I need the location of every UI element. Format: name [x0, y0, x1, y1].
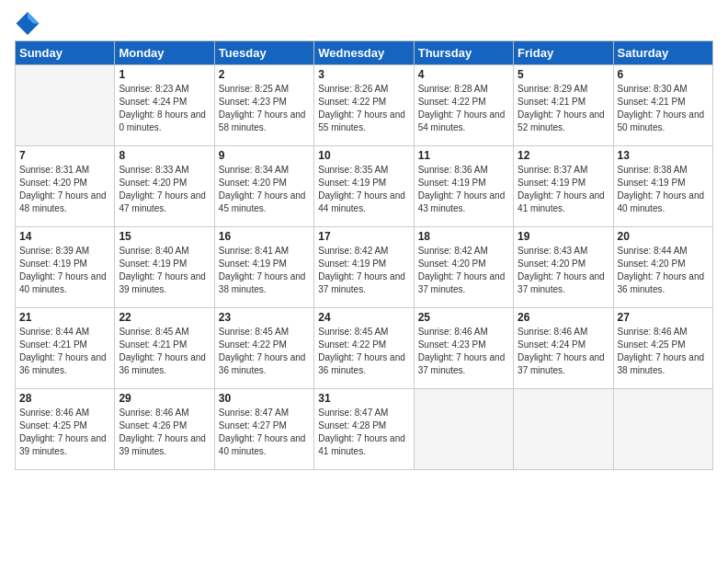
day-detail: Sunrise: 8:23 AMSunset: 4:24 PMDaylight:… — [119, 83, 210, 134]
day-detail: Sunrise: 8:45 AMSunset: 4:22 PMDaylight:… — [318, 326, 409, 377]
day-number: 23 — [219, 311, 310, 324]
day-detail: Sunrise: 8:34 AMSunset: 4:20 PMDaylight:… — [219, 164, 310, 215]
day-number: 17 — [318, 230, 409, 243]
day-detail: Sunrise: 8:47 AMSunset: 4:28 PMDaylight:… — [318, 407, 409, 458]
day-detail: Sunrise: 8:40 AMSunset: 4:19 PMDaylight:… — [119, 245, 210, 296]
week-row-3: 14Sunrise: 8:39 AMSunset: 4:19 PMDayligh… — [16, 227, 713, 308]
day-number: 20 — [618, 230, 709, 243]
day-detail: Sunrise: 8:41 AMSunset: 4:19 PMDaylight:… — [219, 245, 310, 296]
calendar-header-row: SundayMondayTuesdayWednesdayThursdayFrid… — [16, 41, 713, 65]
day-number: 30 — [219, 392, 310, 405]
day-detail: Sunrise: 8:44 AMSunset: 4:20 PMDaylight:… — [618, 245, 709, 296]
calendar-cell: 3Sunrise: 8:26 AMSunset: 4:22 PMDaylight… — [314, 65, 414, 146]
calendar-cell: 25Sunrise: 8:46 AMSunset: 4:23 PMDayligh… — [414, 308, 513, 389]
calendar-cell: 15Sunrise: 8:40 AMSunset: 4:19 PMDayligh… — [115, 227, 214, 308]
day-number: 12 — [518, 149, 609, 162]
header-day-sunday: Sunday — [16, 41, 115, 65]
header-day-saturday: Saturday — [613, 41, 712, 65]
day-detail: Sunrise: 8:37 AMSunset: 4:19 PMDaylight:… — [518, 164, 609, 215]
logo-icon — [15, 9, 40, 35]
day-detail: Sunrise: 8:39 AMSunset: 4:19 PMDaylight:… — [19, 245, 110, 296]
calendar-cell: 9Sunrise: 8:34 AMSunset: 4:20 PMDaylight… — [214, 146, 313, 227]
header-day-friday: Friday — [514, 41, 613, 65]
day-number: 15 — [119, 230, 210, 243]
day-number: 18 — [418, 230, 509, 243]
day-number: 25 — [418, 311, 509, 324]
day-detail: Sunrise: 8:46 AMSunset: 4:25 PMDaylight:… — [618, 326, 709, 377]
calendar-cell: 18Sunrise: 8:42 AMSunset: 4:20 PMDayligh… — [414, 227, 513, 308]
day-detail: Sunrise: 8:31 AMSunset: 4:20 PMDaylight:… — [19, 164, 110, 215]
day-number: 21 — [19, 311, 110, 324]
day-detail: Sunrise: 8:46 AMSunset: 4:24 PMDaylight:… — [518, 326, 609, 377]
calendar-cell: 14Sunrise: 8:39 AMSunset: 4:19 PMDayligh… — [16, 227, 115, 308]
day-number: 19 — [518, 230, 609, 243]
calendar-cell — [16, 65, 115, 146]
day-detail: Sunrise: 8:30 AMSunset: 4:21 PMDaylight:… — [618, 83, 709, 134]
day-detail: Sunrise: 8:46 AMSunset: 4:25 PMDaylight:… — [19, 407, 110, 458]
calendar-cell — [414, 389, 513, 470]
day-detail: Sunrise: 8:42 AMSunset: 4:19 PMDaylight:… — [318, 245, 409, 296]
day-detail: Sunrise: 8:38 AMSunset: 4:19 PMDaylight:… — [618, 164, 709, 215]
header-row — [15, 9, 713, 35]
week-row-2: 7Sunrise: 8:31 AMSunset: 4:20 PMDaylight… — [16, 146, 713, 227]
day-detail: Sunrise: 8:35 AMSunset: 4:19 PMDaylight:… — [318, 164, 409, 215]
day-detail: Sunrise: 8:26 AMSunset: 4:22 PMDaylight:… — [318, 83, 409, 134]
calendar-cell: 27Sunrise: 8:46 AMSunset: 4:25 PMDayligh… — [613, 308, 712, 389]
calendar-cell: 6Sunrise: 8:30 AMSunset: 4:21 PMDaylight… — [613, 65, 712, 146]
day-number: 9 — [219, 149, 310, 162]
day-number: 5 — [518, 68, 609, 81]
day-number: 26 — [518, 311, 609, 324]
header-day-monday: Monday — [115, 41, 214, 65]
calendar-cell: 22Sunrise: 8:45 AMSunset: 4:21 PMDayligh… — [115, 308, 214, 389]
calendar-cell: 21Sunrise: 8:44 AMSunset: 4:21 PMDayligh… — [16, 308, 115, 389]
calendar-cell: 30Sunrise: 8:47 AMSunset: 4:27 PMDayligh… — [214, 389, 313, 470]
calendar-cell: 1Sunrise: 8:23 AMSunset: 4:24 PMDaylight… — [115, 65, 214, 146]
day-number: 27 — [618, 311, 709, 324]
day-detail: Sunrise: 8:29 AMSunset: 4:21 PMDaylight:… — [518, 83, 609, 134]
day-number: 6 — [618, 68, 709, 81]
day-number: 22 — [119, 311, 210, 324]
day-detail: Sunrise: 8:44 AMSunset: 4:21 PMDaylight:… — [19, 326, 110, 377]
calendar-cell: 19Sunrise: 8:43 AMSunset: 4:20 PMDayligh… — [514, 227, 613, 308]
calendar-cell: 28Sunrise: 8:46 AMSunset: 4:25 PMDayligh… — [16, 389, 115, 470]
day-number: 11 — [418, 149, 509, 162]
header-day-thursday: Thursday — [414, 41, 513, 65]
calendar-cell: 10Sunrise: 8:35 AMSunset: 4:19 PMDayligh… — [314, 146, 414, 227]
calendar-cell — [613, 389, 712, 470]
day-detail: Sunrise: 8:45 AMSunset: 4:21 PMDaylight:… — [119, 326, 210, 377]
week-row-1: 1Sunrise: 8:23 AMSunset: 4:24 PMDaylight… — [16, 65, 713, 146]
calendar-cell: 8Sunrise: 8:33 AMSunset: 4:20 PMDaylight… — [115, 146, 214, 227]
day-detail: Sunrise: 8:46 AMSunset: 4:23 PMDaylight:… — [418, 326, 509, 377]
day-detail: Sunrise: 8:42 AMSunset: 4:20 PMDaylight:… — [418, 245, 509, 296]
calendar-cell: 4Sunrise: 8:28 AMSunset: 4:22 PMDaylight… — [414, 65, 513, 146]
header-day-tuesday: Tuesday — [214, 41, 313, 65]
day-number: 4 — [418, 68, 509, 81]
day-detail: Sunrise: 8:28 AMSunset: 4:22 PMDaylight:… — [418, 83, 509, 134]
day-number: 28 — [19, 392, 110, 405]
logo — [15, 9, 44, 35]
calendar-cell — [514, 389, 613, 470]
calendar-cell: 29Sunrise: 8:46 AMSunset: 4:26 PMDayligh… — [115, 389, 214, 470]
calendar-cell: 16Sunrise: 8:41 AMSunset: 4:19 PMDayligh… — [214, 227, 313, 308]
day-number: 1 — [119, 68, 210, 81]
day-detail: Sunrise: 8:33 AMSunset: 4:20 PMDaylight:… — [119, 164, 210, 215]
header-day-wednesday: Wednesday — [314, 41, 414, 65]
day-number: 10 — [318, 149, 409, 162]
day-number: 13 — [618, 149, 709, 162]
calendar-cell: 12Sunrise: 8:37 AMSunset: 4:19 PMDayligh… — [514, 146, 613, 227]
day-detail: Sunrise: 8:25 AMSunset: 4:23 PMDaylight:… — [219, 83, 310, 134]
day-number: 24 — [318, 311, 409, 324]
day-number: 31 — [318, 392, 409, 405]
day-number: 3 — [318, 68, 409, 81]
day-detail: Sunrise: 8:46 AMSunset: 4:26 PMDaylight:… — [119, 407, 210, 458]
day-number: 14 — [19, 230, 110, 243]
calendar-cell: 20Sunrise: 8:44 AMSunset: 4:20 PMDayligh… — [613, 227, 712, 308]
calendar-cell: 24Sunrise: 8:45 AMSunset: 4:22 PMDayligh… — [314, 308, 414, 389]
calendar-cell: 31Sunrise: 8:47 AMSunset: 4:28 PMDayligh… — [314, 389, 414, 470]
day-number: 8 — [119, 149, 210, 162]
day-detail: Sunrise: 8:45 AMSunset: 4:22 PMDaylight:… — [219, 326, 310, 377]
day-detail: Sunrise: 8:43 AMSunset: 4:20 PMDaylight:… — [518, 245, 609, 296]
page: SundayMondayTuesdayWednesdayThursdayFrid… — [0, 0, 728, 563]
day-number: 2 — [219, 68, 310, 81]
day-number: 29 — [119, 392, 210, 405]
